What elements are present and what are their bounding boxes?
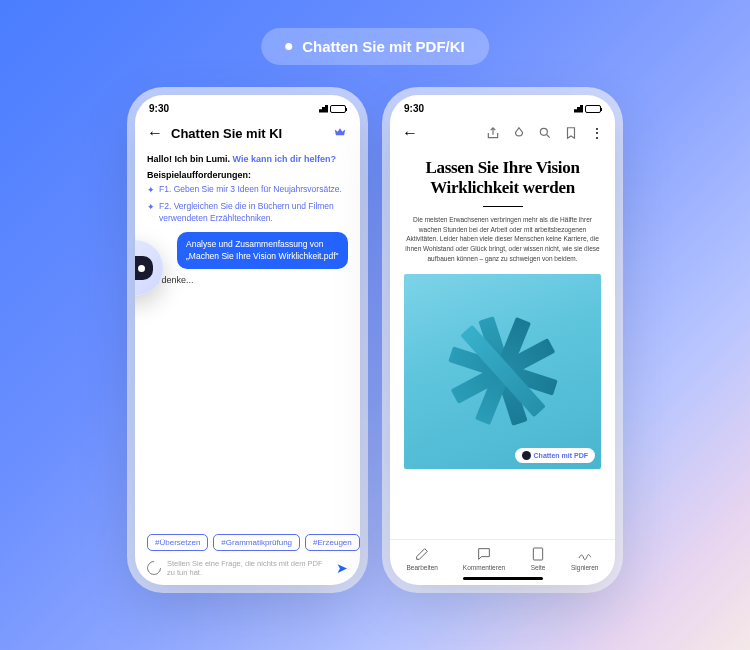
feature-pill: Chatten Sie mit PDF/KI [261, 28, 489, 65]
back-button[interactable]: ← [147, 124, 163, 142]
doc-title: Lassen Sie Ihre Vision Wirklichkeit werd… [404, 158, 601, 207]
status-time: 9:30 [404, 103, 424, 114]
doc-body[interactable]: Lassen Sie Ihre Vision Wirklichkeit werd… [390, 148, 615, 539]
chip-generate[interactable]: #Erzeugen [305, 534, 360, 551]
thinking-text: Ich denke... [147, 275, 348, 285]
input-row: Stellen Sie eine Frage, die nichts mit d… [135, 555, 360, 585]
battery-icon [585, 105, 601, 113]
bookmark-icon[interactable] [564, 126, 578, 140]
svg-rect-1 [533, 548, 542, 560]
droplet-icon[interactable] [512, 126, 526, 140]
doc-image: Chatten mit PDF [404, 274, 601, 469]
chip-grammar[interactable]: #Grammatikprüfung [213, 534, 300, 551]
sparkle-icon: ✦ [147, 184, 155, 196]
signal-icon [571, 105, 583, 113]
sign-icon [577, 546, 593, 562]
chat-input[interactable]: Stellen Sie eine Frage, die nichts mit d… [167, 559, 330, 577]
chat-header: ← Chatten Sie mit KI [135, 118, 360, 148]
signal-icon [316, 105, 328, 113]
phone-document: 9:30 ← ⋮ Lassen Sie Ihre Vision Wirklich… [390, 95, 615, 585]
bottom-nav: Bearbeiten Kommentieren Seite Signieren [390, 539, 615, 575]
header-title: Chatten Sie mit KI [171, 126, 324, 141]
battery-icon [330, 105, 346, 113]
nav-sign[interactable]: Signieren [571, 546, 598, 571]
nav-comment[interactable]: Kommentieren [463, 546, 505, 571]
doc-header: ← ⋮ [390, 118, 615, 148]
phone-chat: 9:30 ← Chatten Sie mit KI Hallo! Ich bin… [135, 95, 360, 585]
more-icon[interactable]: ⋮ [590, 125, 603, 141]
crown-icon[interactable] [332, 126, 348, 140]
page-icon [530, 546, 546, 562]
back-button[interactable]: ← [402, 124, 418, 142]
chat-body: Hallo! Ich bin Lumi. Wie kann ich dir he… [135, 148, 360, 534]
suggestion-chips: #Übersetzen #Grammatikprüfung #Erzeugen … [135, 534, 360, 555]
greeting: Hallo! Ich bin Lumi. Wie kann ich dir he… [147, 154, 348, 164]
user-message: Analyse und Zusammenfassung von „Machen … [177, 232, 348, 269]
send-button[interactable]: ➤ [336, 560, 348, 576]
home-indicator[interactable] [463, 577, 543, 580]
chip-translate[interactable]: #Übersetzen [147, 534, 208, 551]
svg-point-0 [540, 128, 547, 135]
edit-icon [414, 546, 430, 562]
status-bar: 9:30 [390, 95, 615, 118]
doc-paragraph: Die meisten Erwachsenen verbringen mehr … [404, 215, 601, 264]
prompt-item[interactable]: ✦F2. Vergleichen Sie die in Büchern und … [147, 201, 348, 224]
status-time: 9:30 [149, 103, 169, 114]
prompts-label: Beispielaufforderungen: [147, 170, 348, 180]
sparkle-icon: ✦ [147, 201, 155, 224]
prompt-item[interactable]: ✦F1. Geben Sie mir 3 Ideen für Neujahrsv… [147, 184, 348, 196]
share-icon[interactable] [486, 126, 500, 140]
pill-label: Chatten Sie mit PDF/KI [302, 38, 465, 55]
refresh-icon[interactable] [144, 558, 164, 578]
chat-with-pdf-button[interactable]: Chatten mit PDF [515, 448, 595, 463]
status-bar: 9:30 [135, 95, 360, 118]
nav-page[interactable]: Seite [530, 546, 546, 571]
nav-edit[interactable]: Bearbeiten [406, 546, 437, 571]
search-icon[interactable] [538, 126, 552, 140]
comment-icon [476, 546, 492, 562]
